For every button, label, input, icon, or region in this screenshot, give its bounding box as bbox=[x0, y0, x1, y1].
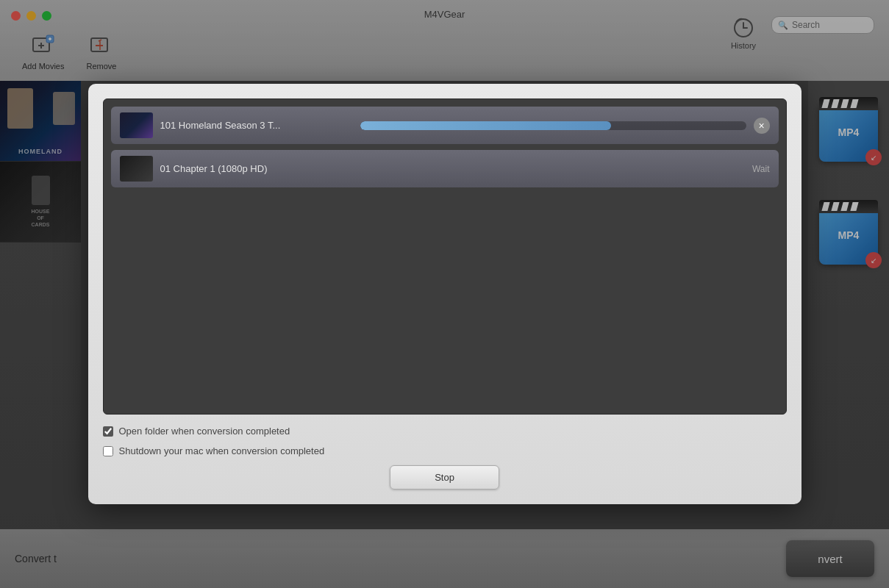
progress-bar-fill-0 bbox=[360, 121, 611, 130]
modal-overlay: 101 Homeland Season 3 T... × 01 Chapter … bbox=[0, 0, 889, 588]
conv-thumb-1 bbox=[120, 156, 153, 182]
open-folder-checkbox-row: Open folder when conversion completed bbox=[103, 426, 787, 437]
shutdown-checkbox-row: Shutdown your mac when conversion comple… bbox=[103, 445, 787, 456]
stop-btn-container: Stop bbox=[103, 465, 787, 490]
conv-thumb-hoc bbox=[120, 156, 153, 182]
modal-content-area: 101 Homeland Season 3 T... × 01 Chapter … bbox=[103, 98, 787, 415]
app-window: M4VGear Add Movies bbox=[0, 0, 889, 588]
progress-bar-container-0 bbox=[360, 121, 746, 130]
conversion-row-1: 01 Chapter 1 (1080p HD) Wait bbox=[111, 150, 779, 187]
open-folder-label: Open folder when conversion completed bbox=[119, 426, 290, 437]
conv-title-0: 101 Homeland Season 3 T... bbox=[160, 120, 353, 131]
shutdown-checkbox[interactable] bbox=[103, 446, 113, 456]
conv-title-1: 01 Chapter 1 (1080p HD) bbox=[160, 163, 726, 174]
open-folder-checkbox[interactable] bbox=[103, 426, 113, 437]
conv-thumb-homeland bbox=[120, 112, 153, 138]
wait-label-1: Wait bbox=[733, 164, 770, 174]
conv-thumb-0 bbox=[120, 112, 153, 138]
close-row-0-button[interactable]: × bbox=[754, 118, 770, 134]
conversion-row-0: 101 Homeland Season 3 T... × bbox=[111, 107, 779, 144]
modal-dialog: 101 Homeland Season 3 T... × 01 Chapter … bbox=[88, 84, 801, 504]
stop-button[interactable]: Stop bbox=[390, 465, 499, 490]
shutdown-label: Shutdown your mac when conversion comple… bbox=[119, 445, 325, 456]
